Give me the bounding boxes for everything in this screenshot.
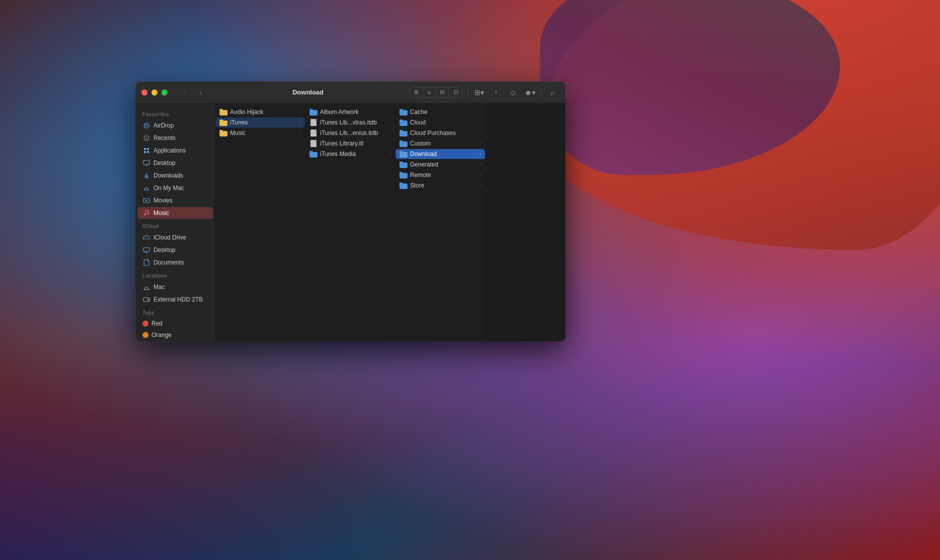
icon-view-button[interactable]: ⊞ [410, 88, 423, 98]
column-4 [486, 104, 566, 342]
col3-cloud-purchases[interactable]: Cloud Purchases › [396, 128, 485, 138]
cache-label: Cache [410, 108, 477, 116]
orange-tag-label: Orange [152, 332, 172, 338]
action-button[interactable]: ☻▾ [523, 87, 537, 98]
custom-folder-icon [400, 140, 408, 147]
columns-area: Audio Hijack › iTunes › Music › [216, 104, 566, 342]
download-chevron: › [480, 152, 481, 156]
mac-icon [142, 283, 150, 291]
hdd-icon [142, 296, 150, 304]
back-button[interactable]: ‹ [178, 87, 192, 98]
sidebar-item-documents[interactable]: Documents [138, 256, 213, 268]
title-bar: ‹ › Download ⊞ ≡ ⊟ ⊡ ⊞▾ ↑ ◇ ☻▾ ⌕ [136, 82, 566, 104]
music-folder-chevron: › [300, 130, 301, 136]
favourites-label: Favourites [136, 108, 215, 119]
col1-audio-hijack[interactable]: Audio Hijack › [216, 107, 305, 117]
icloud-desktop-label: Desktop [154, 246, 176, 254]
svg-point-4 [144, 214, 146, 216]
sidebar-item-tag-red[interactable]: Red [138, 318, 213, 329]
sidebar-item-movies[interactable]: Movies [138, 194, 213, 206]
itunes-lib-enius-icon [310, 130, 318, 136]
sidebar-item-tag-yellow[interactable]: Yellow [138, 341, 213, 342]
col3-generated[interactable]: Generated › [396, 160, 485, 170]
sidebar-item-downloads[interactable]: Downloads [138, 170, 213, 182]
col3-cloud[interactable]: Cloud › [396, 118, 485, 128]
col2-itunes-lib-xtras[interactable]: iTunes Lib...xtras.itdb [306, 118, 395, 128]
audio-hijack-chevron: › [300, 110, 301, 114]
col1-music[interactable]: Music › [216, 128, 305, 138]
col2-itunes-media[interactable]: iTunes Media › [306, 149, 395, 159]
generated-folder-icon [400, 161, 408, 168]
itunes-library-itl-icon [310, 140, 318, 147]
col2-itunes-library-itl[interactable]: iTunes Library.itl [306, 138, 395, 148]
generated-chevron: › [480, 162, 481, 167]
downloads-icon [142, 172, 150, 180]
itunes-folder-icon [220, 119, 228, 126]
close-button[interactable] [142, 90, 148, 96]
sidebar-item-applications[interactable]: Applications [138, 144, 213, 156]
album-artwork-icon [310, 108, 318, 116]
desktop-icon [142, 159, 150, 167]
icloud-label: iCloud [136, 220, 215, 231]
gallery-view-button[interactable]: ⊡ [449, 88, 462, 98]
icloud-drive-icon [142, 234, 150, 242]
col2-itunes-lib-enius[interactable]: iTunes Lib...enius.itdb [306, 128, 395, 138]
sidebar-item-icloud-desktop[interactable]: Desktop [138, 244, 213, 256]
svg-rect-2 [144, 160, 150, 164]
svg-point-5 [147, 212, 149, 214]
sidebar-item-mac[interactable]: Mac [138, 281, 213, 293]
remote-folder-icon [400, 172, 408, 178]
col3-cache[interactable]: Cache › [396, 107, 485, 117]
sidebar-item-tag-orange[interactable]: Orange [138, 330, 213, 340]
music-folder-icon [220, 130, 228, 136]
red-tag-label: Red [152, 320, 162, 327]
column-1: Audio Hijack › iTunes › Music › [216, 104, 306, 342]
sidebar-item-external-hdd[interactable]: External HDD 2TB [138, 294, 213, 306]
sidebar: Favourites AirDrop Recents [136, 104, 216, 342]
sidebar-item-desktop[interactable]: Desktop [138, 157, 213, 169]
remote-label: Remote [410, 172, 477, 178]
cloud-chevron: › [480, 120, 481, 125]
sidebar-item-recents[interactable]: Recents [138, 132, 213, 144]
downloads-label: Downloads [154, 172, 183, 179]
column-view-button[interactable]: ⊟ [436, 88, 449, 98]
icloud-desktop-icon [142, 246, 150, 254]
share-button[interactable]: ↑ [489, 87, 503, 98]
col2-album-artwork[interactable]: Album Artwork › [306, 107, 395, 117]
toolbar-divider-1 [468, 88, 468, 96]
itunes-media-icon [310, 150, 318, 158]
sidebar-item-airdrop[interactable]: AirDrop [138, 120, 213, 132]
sidebar-item-onmymac[interactable]: On My Mac [138, 182, 213, 194]
list-view-button[interactable]: ≡ [423, 88, 436, 98]
tag-button[interactable]: ◇ [506, 87, 520, 98]
forward-button[interactable]: › [194, 87, 208, 98]
group-by-button[interactable]: ⊞▾ [472, 87, 486, 98]
mac-label: Mac [154, 284, 165, 290]
nav-buttons: ‹ › [178, 87, 208, 98]
download-label: Download [410, 150, 477, 158]
col3-download[interactable]: Download › [396, 149, 485, 159]
sidebar-item-music[interactable]: Music [138, 207, 213, 219]
cloud-purchases-label: Cloud Purchases [410, 130, 477, 136]
remote-chevron: › [480, 172, 481, 178]
fullscreen-button[interactable] [162, 90, 168, 96]
svg-rect-6 [144, 248, 150, 252]
view-switcher: ⊞ ≡ ⊟ ⊡ [410, 87, 462, 98]
documents-label: Documents [154, 259, 184, 266]
recents-label: Recents [154, 134, 176, 142]
col1-itunes[interactable]: iTunes › [216, 118, 305, 128]
cache-folder-icon [400, 108, 408, 116]
col3-store[interactable]: Store › [396, 180, 485, 190]
itunes-chevron: › [300, 120, 301, 125]
sidebar-item-icloud-drive[interactable]: iCloud Drive [138, 232, 213, 244]
custom-label: Custom [410, 140, 477, 147]
finder-window: ‹ › Download ⊞ ≡ ⊟ ⊡ ⊞▾ ↑ ◇ ☻▾ ⌕ Favouri… [136, 82, 566, 342]
itunes-library-itl-label: iTunes Library.itl [320, 140, 391, 147]
col3-custom[interactable]: Custom › [396, 138, 485, 148]
tags-label: Tags [136, 306, 215, 318]
search-button[interactable]: ⌕ [546, 87, 560, 98]
col3-remote[interactable]: Remote › [396, 170, 485, 180]
applications-label: Applications [154, 147, 186, 154]
movies-icon [142, 196, 150, 204]
minimize-button[interactable] [152, 90, 158, 96]
